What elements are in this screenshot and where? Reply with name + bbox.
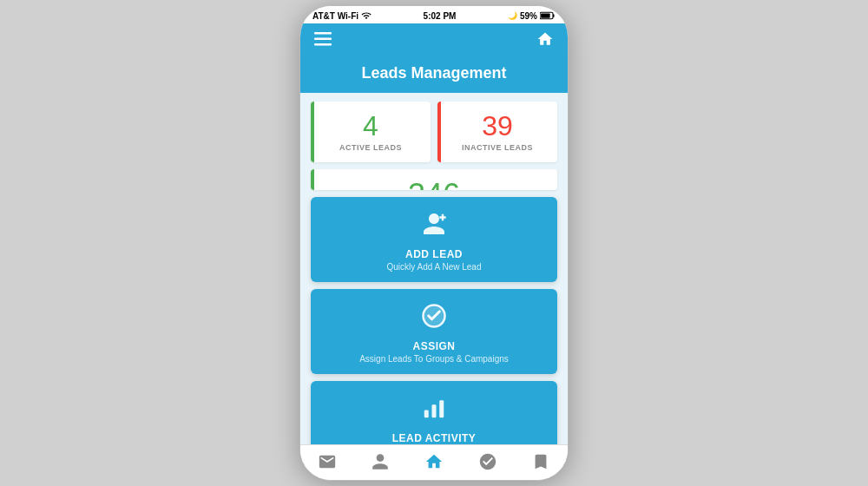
assign-title: ASSIGN: [319, 340, 549, 352]
stats-row: 4 ACTIVE LEADS 39 INACTIVE LEADS: [311, 102, 557, 162]
assign-subtitle: Assign Leads To Groups & Campaigns: [319, 354, 549, 364]
battery-text: 59%: [520, 11, 537, 21]
assign-card[interactable]: ASSIGN Assign Leads To Groups & Campaign…: [311, 289, 557, 374]
main-content: 4 ACTIVE LEADS 39 INACTIVE LEADS 346 AVA…: [300, 93, 568, 444]
credits-card[interactable]: 346 AVAILABLE MESSAGE CREDITS: [311, 169, 557, 190]
status-left: AT&T Wi-Fi: [312, 10, 372, 21]
nav-bar: [300, 23, 568, 59]
active-leads-number: 4: [319, 112, 422, 140]
svg-rect-10: [424, 410, 429, 418]
wifi-icon: [361, 10, 372, 21]
carrier-text: AT&T Wi-Fi: [312, 11, 358, 21]
add-lead-title: ADD LEAD: [319, 248, 549, 260]
svg-rect-1: [553, 14, 555, 17]
active-leads-label: ACTIVE LEADS: [319, 143, 422, 152]
active-leads-card[interactable]: 4 ACTIVE LEADS: [311, 102, 431, 162]
svg-rect-2: [541, 13, 550, 17]
inactive-leads-number: 39: [446, 112, 549, 140]
hamburger-menu-button[interactable]: [314, 32, 332, 50]
time-display: 5:02 PM: [424, 11, 457, 21]
checkmark-icon: [319, 303, 549, 335]
inactive-leads-label: INACTIVE LEADS: [446, 143, 549, 152]
status-right: 🌙 59%: [508, 11, 556, 21]
moon-icon: 🌙: [508, 11, 517, 20]
svg-rect-11: [432, 404, 437, 417]
credits-number: 346: [319, 180, 549, 190]
inactive-leads-card[interactable]: 39 INACTIVE LEADS: [437, 102, 557, 162]
tab-bar: [300, 444, 568, 480]
tab-mail[interactable]: [318, 452, 337, 471]
page-title: Leads Management: [361, 64, 506, 82]
person-add-icon: [319, 211, 549, 243]
bar-chart-icon: [319, 395, 549, 427]
add-lead-subtitle: Quickly Add A New Lead: [319, 262, 549, 272]
lead-activity-card[interactable]: LEAD ACTIVITY Lead Response & Campaign A…: [311, 381, 557, 444]
tab-bookmark[interactable]: [531, 452, 550, 471]
page-title-bar: Leads Management: [300, 59, 568, 93]
add-lead-card[interactable]: ADD LEAD Quickly Add A New Lead: [311, 197, 557, 282]
svg-rect-4: [314, 38, 332, 41]
lead-activity-title: LEAD ACTIVITY: [319, 432, 549, 444]
home-nav-button[interactable]: [536, 30, 554, 52]
battery-icon: [540, 11, 556, 20]
svg-rect-3: [314, 32, 332, 35]
status-bar: AT&T Wi-Fi 5:02 PM 🌙 59%: [300, 6, 568, 23]
tab-home[interactable]: [424, 452, 444, 471]
phone-frame: AT&T Wi-Fi 5:02 PM 🌙 59%: [299, 5, 569, 481]
svg-rect-12: [439, 400, 444, 417]
tab-check[interactable]: [478, 452, 497, 471]
tab-person[interactable]: [371, 452, 390, 471]
svg-rect-5: [314, 43, 332, 46]
